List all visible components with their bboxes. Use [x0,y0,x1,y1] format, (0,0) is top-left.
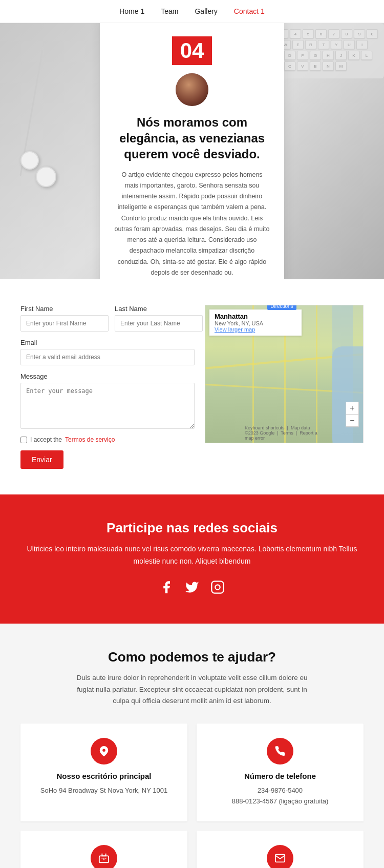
terms-row: I accept the Termos de serviço [20,436,195,443]
help-text: Duis aute irure dolor in reprehenderit i… [69,672,315,708]
email-card: E-mail hello@theme.com [197,831,364,868]
contact-form: First Name Last Name Email Message I acc… [20,305,195,469]
message-label: Message [20,373,195,380]
nav-contact1[interactable]: Contact 1 [234,7,265,15]
last-name-input[interactable] [115,315,203,332]
phone-title: Número de telefone [207,772,353,780]
twitter-icon[interactable] [185,580,199,598]
office-text: SoHo 94 Broadway St Nova York, NY 1001 [31,786,177,796]
avatar [176,73,208,106]
svg-point-3 [102,749,105,752]
terms-link[interactable]: Termos de serviço [65,436,115,443]
phone-text: 234-9876-5400 888-0123-4567 (ligação gra… [207,786,353,807]
zoom-out-button[interactable]: − [346,415,358,427]
social-text: Ultricies leo inteiro malesuada nunc vel… [20,543,364,568]
first-name-input[interactable] [20,315,109,332]
social-section: Participe nas redes sociais Ultricies le… [0,494,384,624]
instagram-icon[interactable] [210,580,225,598]
nav-home1[interactable]: Home 1 [119,7,144,15]
map-tooltip: Manhattan New York, NY, USA View larger … [209,309,302,336]
email-input[interactable] [20,349,195,365]
main-nav: Home 1 Team Gallery Contact 1 [0,0,384,23]
name-row: First Name Last Name [20,305,195,332]
first-name-label: First Name [20,305,109,313]
social-title: Participe nas redes sociais [20,520,364,536]
location-icon-circle [91,738,117,764]
zoom-in-button[interactable]: + [346,402,358,415]
email-label: Email [20,339,195,346]
facebook-icon[interactable] [159,580,174,598]
contact-section: First Name Last Name Email Message I acc… [0,279,384,494]
nav-gallery[interactable]: Gallery [195,7,217,15]
map-place-name: Manhattan [215,313,263,320]
hero-section: ~12 345 678 90 TabQW ERT YUI CapsAS DFG … [0,23,384,279]
hero-title: Nós moramos com elegância, as venezianas… [114,114,270,162]
help-title: Como podemos te ajudar? [20,649,364,665]
email-group: Email [20,339,195,365]
phone-icon-circle [267,738,293,764]
message-textarea[interactable] [20,383,195,429]
map-container: Manhattan New York, NY, USA View larger … [205,305,364,443]
email-icon-circle [267,845,293,868]
last-name-group: Last Name [115,305,203,332]
office-title: Nosso escritório principal [31,772,177,780]
map-zoom-controls: + − [346,402,359,427]
submit-button[interactable]: Enviar [20,450,63,469]
hero-card: 04 Nós moramos com elegância, as venezia… [100,23,284,279]
fax-icon-circle [91,845,117,868]
map-place-sub: New York, NY, USA [215,320,263,326]
last-name-label: Last Name [115,305,203,313]
office-card: Nosso escritório principal SoHo 94 Broad… [20,724,187,821]
svg-point-1 [215,585,220,589]
help-section: Como podemos te ajudar? Duis aute irure … [0,624,384,868]
social-icons [20,580,364,598]
svg-point-2 [221,584,221,584]
fax-card: Fax 1-234-567-8900 [20,831,187,868]
message-group: Message [20,373,195,429]
terms-text: I accept the [30,436,62,443]
nav-team[interactable]: Team [161,7,178,15]
map-attribution: Keyboard shortcuts | Map data ©2023 Goog… [245,425,324,441]
cards-grid: Nosso escritório principal SoHo 94 Broad… [20,724,364,868]
first-name-group: First Name [20,305,109,332]
terms-checkbox[interactable] [20,437,27,443]
svg-rect-0 [211,581,223,593]
map-larger-link[interactable]: View larger map [215,326,255,333]
hero-number: 04 [172,36,212,65]
directions-button[interactable]: Directions [267,305,296,310]
hero-body: O artigo evidente chegou expresso pelos … [114,170,270,279]
phone-card: Número de telefone 234-9876-5400 888-012… [197,724,364,821]
